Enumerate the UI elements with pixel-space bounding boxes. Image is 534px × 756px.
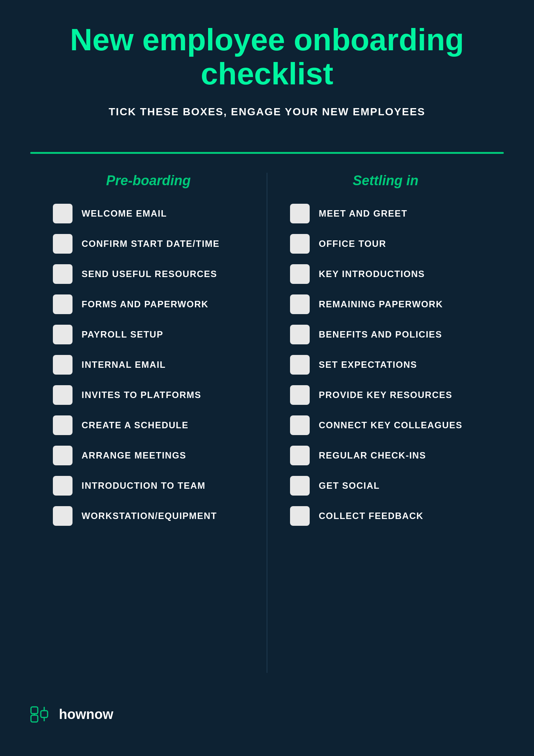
checkbox[interactable] bbox=[290, 446, 310, 465]
checkbox[interactable] bbox=[290, 476, 310, 496]
list-item: COLLECT FEEDBACK bbox=[290, 506, 481, 526]
item-label: OFFICE TOUR bbox=[319, 239, 386, 249]
checkbox[interactable] bbox=[53, 446, 73, 465]
svg-rect-3 bbox=[41, 711, 48, 717]
list-item: REMAINING PAPERWORK bbox=[290, 294, 481, 314]
item-label: PAYROLL SETUP bbox=[82, 329, 163, 340]
item-label: PROVIDE KEY RESOURCES bbox=[319, 390, 452, 400]
item-label: REMAINING PAPERWORK bbox=[319, 299, 443, 310]
checkbox[interactable] bbox=[53, 234, 73, 254]
list-item: CONFIRM START DATE/TIME bbox=[53, 234, 244, 254]
item-label: ARRANGE MEETINGS bbox=[82, 450, 186, 461]
list-item: REGULAR CHECK-INS bbox=[290, 446, 481, 465]
checkbox[interactable] bbox=[53, 204, 73, 223]
list-item: GET SOCIAL bbox=[290, 476, 481, 496]
checkbox[interactable] bbox=[290, 264, 310, 284]
item-label: SET EXPECTATIONS bbox=[319, 359, 417, 370]
item-label: FORMS AND PAPERWORK bbox=[82, 299, 208, 310]
header: New employee onboarding checklist TICK T… bbox=[30, 23, 504, 129]
item-label: WORKSTATION/EQUIPMENT bbox=[82, 511, 217, 521]
item-label: REGULAR CHECK-INS bbox=[319, 450, 426, 461]
checkbox[interactable] bbox=[290, 325, 310, 344]
checkbox[interactable] bbox=[290, 204, 310, 223]
footer: hownow bbox=[30, 696, 504, 733]
subtitle: TICK THESE BOXES, ENGAGE YOUR NEW EMPLOY… bbox=[30, 106, 504, 118]
list-item: SET EXPECTATIONS bbox=[290, 355, 481, 375]
checkbox[interactable] bbox=[53, 294, 73, 314]
checkbox[interactable] bbox=[290, 294, 310, 314]
main-title: New employee onboarding checklist bbox=[30, 23, 504, 91]
item-label: SEND USEFUL RESOURCES bbox=[82, 269, 217, 279]
checkbox[interactable] bbox=[290, 234, 310, 254]
list-item: ARRANGE MEETINGS bbox=[53, 446, 244, 465]
checkbox[interactable] bbox=[290, 385, 310, 405]
checkbox[interactable] bbox=[290, 415, 310, 435]
checkbox[interactable] bbox=[53, 506, 73, 526]
item-label: GET SOCIAL bbox=[319, 480, 380, 491]
list-item: BENEFITS AND POLICIES bbox=[290, 325, 481, 344]
item-label: INTERNAL EMAIL bbox=[82, 359, 166, 370]
list-item: SEND USEFUL RESOURCES bbox=[53, 264, 244, 284]
checkbox[interactable] bbox=[53, 264, 73, 284]
settling-in-title: Settling in bbox=[353, 173, 418, 189]
checkbox[interactable] bbox=[290, 355, 310, 375]
checkbox[interactable] bbox=[53, 355, 73, 375]
svg-rect-0 bbox=[31, 707, 38, 714]
list-item: WORKSTATION/EQUIPMENT bbox=[53, 506, 244, 526]
item-label: CONNECT KEY COLLEAGUES bbox=[319, 420, 463, 431]
item-label: INVITES TO PLATFORMS bbox=[82, 390, 201, 400]
checkbox[interactable] bbox=[53, 325, 73, 344]
list-item: INTRODUCTION TO TEAM bbox=[53, 476, 244, 496]
settling-in-checklist: MEET AND GREETOFFICE TOURKEY INTRODUCTIO… bbox=[290, 204, 481, 526]
item-label: INTRODUCTION TO TEAM bbox=[82, 480, 205, 491]
list-item: MEET AND GREET bbox=[290, 204, 481, 223]
list-item: CONNECT KEY COLLEAGUES bbox=[290, 415, 481, 435]
checkbox[interactable] bbox=[53, 476, 73, 496]
list-item: CREATE A SCHEDULE bbox=[53, 415, 244, 435]
list-item: WELCOME EMAIL bbox=[53, 204, 244, 223]
pre-boarding-checklist: WELCOME EMAILCONFIRM START DATE/TIMESEND… bbox=[53, 204, 244, 526]
list-item: PROVIDE KEY RESOURCES bbox=[290, 385, 481, 405]
pre-boarding-title: Pre-boarding bbox=[106, 173, 191, 189]
list-item: KEY INTRODUCTIONS bbox=[290, 264, 481, 284]
item-label: MEET AND GREET bbox=[319, 208, 407, 219]
item-label: WELCOME EMAIL bbox=[82, 208, 167, 219]
item-label: BENEFITS AND POLICIES bbox=[319, 329, 442, 340]
logo-text: hownow bbox=[59, 706, 113, 722]
list-item: FORMS AND PAPERWORK bbox=[53, 294, 244, 314]
item-label: CREATE A SCHEDULE bbox=[82, 420, 188, 431]
checkbox[interactable] bbox=[53, 415, 73, 435]
columns-container: Pre-boarding WELCOME EMAILCONFIRM START … bbox=[30, 173, 504, 673]
logo-container: hownow bbox=[30, 703, 113, 726]
list-item: INVITES TO PLATFORMS bbox=[53, 385, 244, 405]
item-label: CONFIRM START DATE/TIME bbox=[82, 239, 220, 249]
hownow-logo-icon bbox=[30, 703, 53, 726]
list-item: INTERNAL EMAIL bbox=[53, 355, 244, 375]
settling-in-column: Settling in MEET AND GREETOFFICE TOURKEY… bbox=[267, 173, 504, 673]
pre-boarding-column: Pre-boarding WELCOME EMAILCONFIRM START … bbox=[30, 173, 267, 673]
svg-rect-1 bbox=[31, 715, 38, 722]
item-label: COLLECT FEEDBACK bbox=[319, 511, 423, 521]
list-item: OFFICE TOUR bbox=[290, 234, 481, 254]
item-label: KEY INTRODUCTIONS bbox=[319, 269, 425, 279]
checkbox[interactable] bbox=[290, 506, 310, 526]
list-item: PAYROLL SETUP bbox=[53, 325, 244, 344]
divider bbox=[30, 152, 504, 154]
checkbox[interactable] bbox=[53, 385, 73, 405]
page-wrapper: New employee onboarding checklist TICK T… bbox=[0, 0, 534, 756]
